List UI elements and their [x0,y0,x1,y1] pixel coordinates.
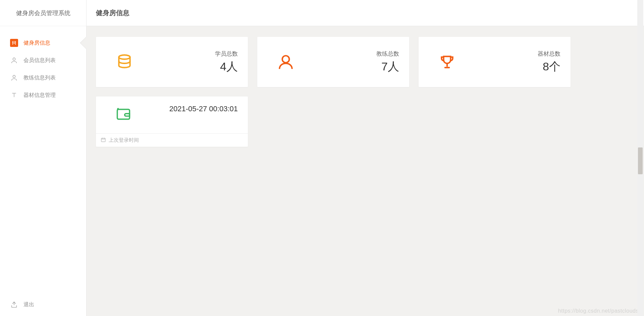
sidebar-item-label: 会员信息列表 [23,57,56,64]
stat-label: 学员总数 [215,50,238,58]
text-icon [10,91,18,99]
stat-info: 学员总数 4人 [215,50,238,74]
sidebar-item-member-list[interactable]: 会员信息列表 [0,52,86,69]
svg-point-3 [15,42,16,43]
sidebar-item-label: 健身房信息 [23,40,50,47]
stat-value: 4人 [215,59,238,74]
svg-rect-9 [101,138,105,142]
svg-point-6 [119,55,130,59]
stat-card-equipment: 器材总数 8个 [419,37,571,87]
user-icon [10,74,18,82]
sidebar-item-label: 教练信息列表 [23,74,56,81]
calendar-icon [101,137,106,143]
scrollbar[interactable] [637,0,643,316]
sidebar-item-coach-list[interactable]: 教练信息列表 [0,69,86,86]
login-footer: 上次登录时间 [96,133,248,147]
stat-cards-row: 学员总数 4人 教练总数 7人 器材总数 8个 [96,37,635,147]
topbar: 健身房信息 [87,0,644,26]
svg-point-4 [13,58,15,60]
stat-info: 教练总数 7人 [376,50,399,74]
last-login-time: 2021-05-27 00:03:01 [154,105,238,113]
user-icon [10,56,18,64]
settings-icon [10,39,18,47]
sidebar-nav: 健身房信息 会员信息列表 教练信息列表 器材信息管理 [0,26,86,295]
logout-button[interactable]: 退出 [0,295,86,316]
scrollbar-thumb[interactable] [638,147,643,174]
user-icon [277,54,294,70]
content: 学员总数 4人 教练总数 7人 器材总数 8个 [87,26,644,316]
stat-value: 8个 [538,59,560,74]
page-title: 健身房信息 [96,8,129,17]
sidebar-item-gym-info[interactable]: 健身房信息 [0,34,86,52]
svg-point-7 [282,56,289,63]
svg-point-5 [13,75,15,78]
svg-point-2 [14,43,15,44]
app-logo: 健身房会员管理系统 [0,0,86,26]
stat-card-coaches: 教练总数 7人 [257,37,409,87]
stat-card-students: 学员总数 4人 [96,37,248,87]
login-top: 2021-05-27 00:03:01 [106,105,238,121]
last-login-card: 2021-05-27 00:03:01 上次登录时间 [96,97,248,147]
stat-info: 器材总数 8个 [538,50,560,74]
logout-label: 退出 [23,301,34,308]
trophy-icon [439,54,455,70]
sidebar: 健身房会员管理系统 健身房信息 会员信息列表 教练信息列表 器材信息管理 [0,0,87,316]
stat-label: 教练总数 [376,50,399,58]
stat-label: 器材总数 [538,50,560,58]
sidebar-item-label: 器材信息管理 [23,92,56,99]
svg-point-1 [12,42,13,43]
database-icon [116,54,133,70]
sidebar-item-equipment[interactable]: 器材信息管理 [0,86,86,104]
wallet-icon [116,108,131,121]
main: 健身房信息 学员总数 4人 教练总数 7人 [87,0,644,316]
stat-value: 7人 [376,59,399,74]
last-login-label: 上次登录时间 [109,137,139,143]
logout-icon [10,301,18,309]
app-title: 健身房会员管理系统 [16,9,70,17]
